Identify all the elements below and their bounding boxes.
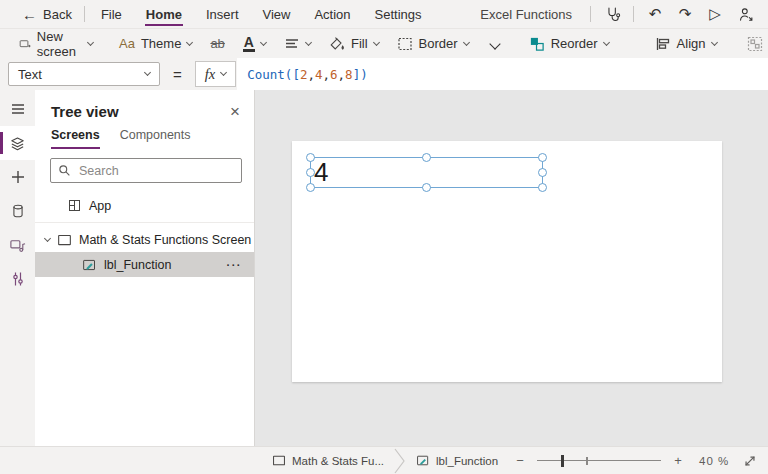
selection-handle-e[interactable] (538, 168, 547, 177)
zoom-slider-track[interactable] (537, 460, 661, 462)
app-icon (67, 198, 82, 213)
label-control-icon (82, 258, 97, 272)
rail-data-button[interactable] (0, 194, 35, 228)
theme-button[interactable]: Aa Theme (110, 31, 201, 57)
chevron-down-icon (260, 38, 267, 45)
selection-handle-w[interactable] (306, 168, 315, 177)
property-selector[interactable]: Text (8, 62, 160, 86)
new-screen-button[interactable]: New screen (10, 31, 102, 57)
back-arrow-icon: ← (22, 7, 37, 22)
tree-item-screen[interactable]: Math & Stats Functions Screen (35, 227, 254, 252)
rail-tree-view-button[interactable] (0, 126, 35, 160)
main-region: Tree view × Screens Components App (0, 90, 768, 446)
chevron-down-icon (603, 38, 610, 45)
zoom-in-button[interactable]: + (670, 453, 686, 468)
play-icon: ▷ (709, 5, 721, 23)
reorder-button[interactable]: Reorder (520, 31, 618, 57)
strikethrough-button[interactable]: ab (201, 31, 233, 57)
undo-button[interactable]: ↶ (642, 1, 668, 27)
selection-handle-ne[interactable] (538, 153, 547, 162)
zoom-slider-handle[interactable] (561, 455, 564, 467)
rail-media-button[interactable] (0, 228, 35, 262)
database-icon (10, 203, 26, 219)
tree-item-label: App (89, 199, 111, 213)
formula-token: ]) (353, 67, 368, 82)
chevron-down-icon (144, 69, 151, 76)
breadcrumb-screen[interactable]: Math & Stats Fu... (262, 447, 394, 474)
back-button[interactable]: ← Back (10, 0, 80, 28)
tree-item-label: lbl_Function (104, 258, 171, 272)
media-icon (9, 237, 26, 254)
menu-item-file[interactable]: File (89, 0, 134, 28)
zoom-slider[interactable] (537, 447, 661, 474)
font-color-button[interactable]: A (234, 31, 275, 57)
selection-handle-se[interactable] (538, 183, 547, 192)
search-box[interactable] (50, 158, 242, 183)
ellipsis-icon[interactable]: ··· (227, 259, 243, 271)
border-label: Border (419, 36, 458, 51)
tree-list: App Math & Stats Functions Screen lbl_Fu… (35, 193, 254, 277)
breadcrumb-control[interactable]: lbl_Function (406, 447, 508, 474)
fit-to-window-icon[interactable] (743, 454, 757, 468)
undo-icon: ↶ (649, 5, 662, 23)
selected-label-control[interactable]: 4 (310, 157, 543, 188)
hamburger-icon (10, 101, 26, 117)
align-icon (655, 36, 671, 52)
chevron-down-icon (87, 38, 94, 45)
text-align-icon (284, 36, 300, 52)
canvas-artboard[interactable]: 4 (292, 141, 722, 382)
screen-icon (57, 233, 72, 247)
fx-dropdown-button[interactable]: fx (195, 61, 236, 87)
menu-item-settings[interactable]: Settings (363, 0, 434, 28)
tree-item-label-control[interactable]: lbl_Function ··· (35, 252, 254, 277)
align-button[interactable]: Align (646, 31, 726, 57)
theme-label: Theme (141, 36, 181, 51)
close-icon[interactable]: × (230, 103, 240, 120)
zoom-out-button[interactable]: − (512, 453, 528, 468)
menu-item-view[interactable]: View (251, 0, 303, 28)
zoom-percentage: 40 % (699, 455, 729, 467)
equals-sign: = (173, 66, 182, 83)
tab-components[interactable]: Components (120, 128, 191, 149)
rail-menu-button[interactable] (0, 92, 35, 126)
share-button[interactable] (732, 1, 758, 27)
expand-toolbar-button[interactable] (478, 31, 512, 57)
redo-icon: ↷ (679, 5, 692, 23)
formula-input[interactable]: Count([2,4,6,8]) (237, 58, 768, 90)
menu-item-action[interactable]: Action (302, 0, 362, 28)
chevron-expanded-icon[interactable] (44, 234, 51, 241)
border-icon (397, 36, 413, 52)
canvas-area[interactable]: 4 (255, 90, 768, 446)
search-icon (58, 164, 71, 177)
tree-view-panel: Tree view × Screens Components App (35, 90, 255, 446)
preview-button[interactable]: ▷ (702, 1, 728, 27)
redo-button[interactable]: ↷ (672, 1, 698, 27)
label-control-icon (416, 454, 430, 467)
stethoscope-icon (604, 6, 621, 23)
selection-handle-sw[interactable] (306, 183, 315, 192)
rail-advanced-tools-button[interactable] (0, 262, 35, 296)
app-title: Excel Functions (480, 7, 572, 22)
text-align-button[interactable] (275, 31, 320, 57)
zoom-slider-tick (586, 457, 588, 465)
back-label: Back (43, 7, 72, 22)
menu-item-home[interactable]: Home (134, 0, 194, 28)
new-screen-icon (19, 36, 31, 52)
menu-item-insert[interactable]: Insert (194, 0, 251, 28)
theme-icon: Aa (119, 36, 135, 51)
search-input[interactable] (77, 163, 234, 179)
border-button[interactable]: Border (388, 31, 478, 57)
tree-item-app[interactable]: App (35, 193, 254, 218)
fill-bucket-icon (329, 36, 345, 52)
formula-token: , (338, 67, 346, 82)
selection-handle-nw[interactable] (306, 153, 315, 162)
selection-handle-n[interactable] (422, 153, 431, 162)
fill-button[interactable]: Fill (320, 31, 388, 57)
panel-tabs: Screens Components (35, 124, 254, 149)
app-checker-button[interactable] (599, 1, 625, 27)
selection-handle-s[interactable] (422, 183, 431, 192)
layers-icon (9, 135, 26, 152)
rail-insert-button[interactable] (0, 160, 35, 194)
tab-screens[interactable]: Screens (51, 128, 100, 149)
formula-token: 6 (330, 67, 338, 82)
